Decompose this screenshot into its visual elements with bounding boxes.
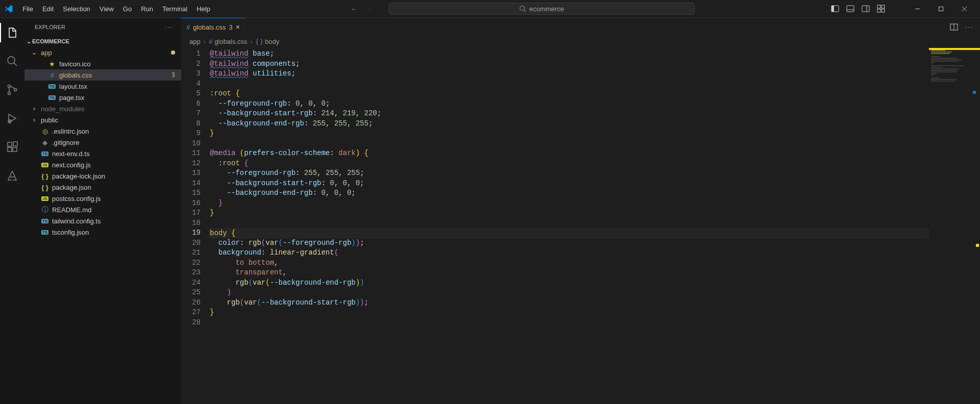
folder-header[interactable]: ⌄ ECOMMERCE [24,36,181,47]
svg-point-19 [8,92,11,95]
sidebar-title: EXPLORER [35,24,65,30]
line-number: 16 [181,198,201,209]
code-line[interactable]: --foreground-rgb: 0, 0, 0; [210,99,980,109]
file--gitignore[interactable]: ◆.gitignore [24,137,181,148]
breadcrumb-file[interactable]: globals.css [214,38,247,45]
breadcrumb-app[interactable]: app [189,38,201,45]
tab-globals-css[interactable]: # globals.css 3 × [181,18,246,36]
layout-sidebar-right-icon[interactable] [862,5,870,13]
folder-node-modules[interactable]: ›node_modules [24,103,181,114]
code-line[interactable]: body { [209,228,980,238]
code-line[interactable]: --background-end-rgb: 255, 255, 255; [210,119,980,129]
file-page-tsx[interactable]: TSpage.tsx [24,92,181,103]
menu-run[interactable]: Run [137,3,157,15]
folder-public[interactable]: ›public [24,114,181,125]
file-layout-tsx[interactable]: TSlayout.tsx [24,81,181,92]
line-number: 14 [181,179,201,189]
code-line[interactable] [210,318,980,328]
tab-label: globals.css [193,23,226,31]
window-maximize-button[interactable] [929,1,952,16]
code-line[interactable]: :root { [210,159,980,169]
menu-file[interactable]: File [18,3,37,15]
layout-panel-icon[interactable] [846,5,854,13]
file-package-lock-json[interactable]: { }package-lock.json [24,170,181,182]
code-line[interactable]: } [210,308,980,318]
code-line[interactable]: @tailwind base; [210,49,980,59]
code-content[interactable]: @tailwind base;@tailwind components;@tai… [210,48,980,404]
file-favicon-ico[interactable]: ★favicon.ico [24,58,181,69]
file-tailwind-config-ts[interactable]: TStailwind.config.ts [24,215,181,226]
code-line[interactable]: @tailwind utilities; [210,69,980,79]
code-line[interactable] [210,139,980,149]
line-number: 20 [181,238,201,248]
code-line[interactable]: --background-start-rgb: 0, 0, 0; [210,179,980,189]
tree-item-label: .eslintrc.json [52,128,175,135]
code-line[interactable] [210,79,980,89]
code-line[interactable]: } [210,208,980,218]
file-next-config-js[interactable]: JSnext.config.js [24,159,181,170]
editor-more-icon[interactable]: ··· [965,23,974,31]
code-line[interactable]: @tailwind components; [210,59,980,69]
file--eslintrc-json[interactable]: ◎.eslintrc.json [24,125,181,137]
code-line[interactable]: } [210,129,980,139]
code-line[interactable]: to bottom, [210,258,980,268]
file-postcss-config-js[interactable]: JSpostcss.config.js [24,193,181,204]
svg-point-18 [8,85,11,88]
menu-go[interactable]: Go [119,3,136,15]
menu-view[interactable]: View [95,3,118,15]
tab-close-icon[interactable]: × [236,23,240,31]
activity-source-control-icon[interactable] [0,80,24,99]
sidebar-more-icon[interactable]: ··· [165,24,173,30]
editor-body[interactable]: 1234567891011121314151617181920212223242… [181,48,980,404]
code-line[interactable]: ) [210,288,980,298]
minimap[interactable] [929,48,980,404]
window-minimize-button[interactable] [905,1,929,16]
menu-edit[interactable]: Edit [38,3,58,15]
file-tsconfig-json[interactable]: TStsconfig.json [24,226,181,238]
code-line[interactable]: --background-end-rgb: 0, 0, 0; [210,188,980,198]
code-line[interactable]: color: rgb(var(--foreground-rgb)); [210,238,980,248]
folder-name: ECOMMERCE [32,38,69,44]
svg-rect-25 [13,142,17,146]
code-line[interactable]: transparent, [210,268,980,278]
folder-app[interactable]: ⌄app [24,47,181,58]
window-close-button[interactable] [952,1,976,16]
code-line[interactable]: rgb(var(--background-end-rgb)) [210,278,980,288]
code-line[interactable]: --foreground-rgb: 255, 255, 255; [210,168,980,179]
code-line[interactable]: } [210,198,980,209]
activity-search-icon[interactable] [0,52,24,71]
file-next-env-d-ts[interactable]: TSnext-env.d.ts [24,148,181,159]
activity-explorer-icon[interactable] [0,23,24,42]
code-line[interactable]: rgb(var(--background-start-rgb)); [210,298,980,308]
chevron-down-icon: ⌄ [27,38,31,45]
breadcrumb[interactable]: app › # globals.css › body [181,36,980,48]
menu-help[interactable]: Help [192,3,214,15]
layout-customize-icon[interactable] [877,5,885,13]
file-package-json[interactable]: { }package.json [24,182,181,193]
nav-arrows: ← → [351,5,373,13]
tree-item-label: globals.css [59,71,168,79]
code-line[interactable]: :root { [210,89,980,99]
file-globals-css[interactable]: #globals.css3 [24,69,181,81]
nav-back-icon[interactable]: ← [351,5,357,13]
tree-item-label: tailwind.config.ts [52,217,175,225]
command-center-search[interactable]: ecommerce [388,3,695,15]
code-line[interactable]: --background-start-rgb: 214, 219, 220; [210,109,980,119]
activity-run-debug-icon[interactable] [0,109,24,128]
activity-azure-icon[interactable] [0,166,24,185]
menu-selection[interactable]: Selection [59,3,94,15]
code-line[interactable]: @media (prefers-color-scheme: dark) { [210,148,980,159]
file-tree: ⌄app★favicon.ico#globals.css3TSlayout.ts… [24,47,181,404]
code-line[interactable] [210,218,980,229]
activity-extensions-icon[interactable] [0,137,24,157]
tree-item-label: app [41,49,168,57]
file-readme-md[interactable]: ⓘREADME.md [24,204,181,215]
nav-forward-icon[interactable]: → [366,5,373,13]
breadcrumb-symbol[interactable]: body [265,38,279,45]
layout-sidebar-left-icon[interactable] [831,5,839,13]
menu-terminal[interactable]: Terminal [158,3,191,15]
line-number: 5 [181,89,201,99]
svg-rect-10 [877,9,880,12]
code-line[interactable]: background: linear-gradient( [210,248,980,258]
split-editor-icon[interactable] [950,23,958,31]
